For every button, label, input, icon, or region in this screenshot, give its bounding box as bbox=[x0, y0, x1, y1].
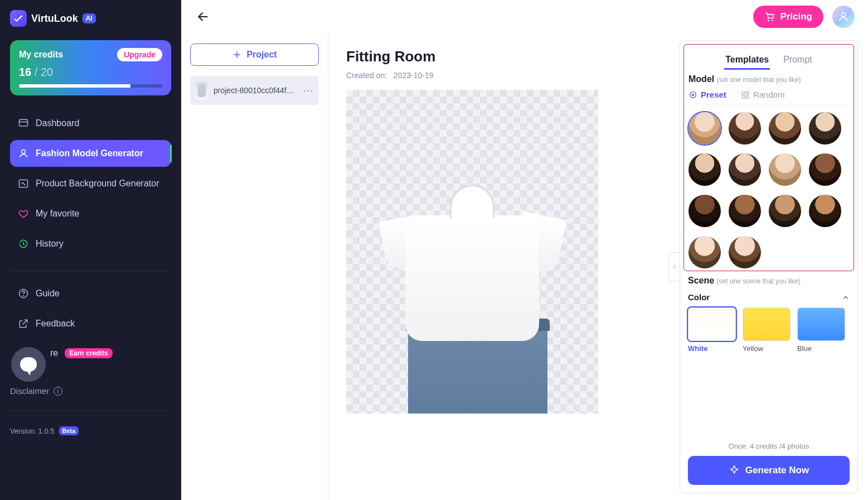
color-swatch[interactable]: Blue bbox=[797, 307, 845, 353]
created-value: 2023-10-19 bbox=[394, 71, 434, 80]
divider bbox=[10, 410, 171, 411]
swatch-label: Yellow bbox=[743, 344, 791, 353]
sidebar-item-label: Product Background Generator bbox=[36, 179, 159, 189]
model-hint: (set one model that you like) bbox=[717, 76, 801, 84]
garment-preview bbox=[383, 174, 561, 414]
history-icon bbox=[18, 238, 29, 249]
image-icon bbox=[18, 178, 29, 189]
project-name: project-80010cc0f44f4dfc bbox=[214, 86, 298, 95]
model-avatar[interactable] bbox=[809, 195, 841, 227]
add-project-label: Project bbox=[246, 50, 277, 60]
sidebar-item-product-bg[interactable]: Product Background Generator bbox=[10, 170, 171, 197]
swatch-label: White bbox=[688, 344, 736, 353]
info-icon: i bbox=[54, 387, 62, 396]
earn-credits-pill[interactable]: Earn credits bbox=[65, 348, 112, 358]
swatch-preview bbox=[688, 307, 736, 341]
sidebar-item-guide[interactable]: Guide bbox=[10, 280, 171, 307]
model-avatar[interactable] bbox=[729, 195, 761, 227]
back-button[interactable] bbox=[196, 9, 210, 24]
swatch-preview bbox=[797, 307, 845, 341]
project-more-icon[interactable]: ⋯ bbox=[303, 84, 313, 97]
tab-prompt[interactable]: Prompt bbox=[782, 51, 813, 70]
sidebar: VirtuLook AI My credits Upgrade 16 / 20 … bbox=[0, 0, 181, 500]
color-swatch[interactable]: White bbox=[688, 307, 736, 353]
model-avatar[interactable] bbox=[688, 112, 721, 145]
model-avatar[interactable] bbox=[809, 153, 841, 186]
svg-point-9 bbox=[692, 94, 694, 96]
sidebar-item-feedback[interactable]: Feedback bbox=[10, 310, 171, 337]
random-option[interactable]: Random bbox=[741, 90, 785, 99]
model-avatar[interactable] bbox=[769, 112, 801, 145]
svg-point-4 bbox=[23, 295, 24, 296]
model-mode-row: Preset Random bbox=[688, 90, 849, 104]
canvas[interactable] bbox=[346, 90, 598, 414]
footer-hint: Once: 4 credits /4 photos bbox=[688, 442, 850, 450]
svg-point-5 bbox=[768, 20, 770, 21]
upgrade-button[interactable]: Upgrade bbox=[117, 48, 162, 61]
sidebar-item-history[interactable]: History bbox=[10, 230, 171, 257]
cart-icon bbox=[764, 11, 775, 22]
created-on: Created on: 2023-10-19 bbox=[346, 71, 662, 80]
random-label: Random bbox=[753, 90, 785, 99]
topbar: Pricing bbox=[181, 0, 868, 33]
page-title: Fitting Room bbox=[346, 48, 662, 65]
project-item[interactable]: project-80010cc0f44f4dfc ⋯ bbox=[190, 76, 319, 105]
sidebar-item-favorite[interactable]: My favorite bbox=[10, 200, 171, 227]
color-swatch[interactable]: Yellow bbox=[743, 307, 791, 353]
workspace: Project project-80010cc0f44f4dfc ⋯ Fitti… bbox=[181, 33, 868, 500]
model-avatar[interactable] bbox=[688, 195, 721, 227]
projects-column: Project project-80010cc0f44f4dfc ⋯ bbox=[181, 33, 328, 500]
brand-name: VirtuLook bbox=[31, 13, 78, 25]
chat-icon bbox=[20, 357, 37, 372]
swatch-preview bbox=[743, 307, 791, 341]
pricing-button[interactable]: Pricing bbox=[753, 6, 823, 28]
pricing-label: Pricing bbox=[780, 11, 812, 22]
scene-hint: (set one scene that you like) bbox=[717, 277, 801, 285]
expand-panel-toggle[interactable] bbox=[668, 252, 680, 281]
dashboard-icon bbox=[18, 118, 29, 129]
plus-icon bbox=[232, 50, 242, 60]
model-avatar[interactable] bbox=[809, 112, 841, 145]
disclaimer-link[interactable]: Disclaimer i bbox=[10, 386, 171, 396]
preset-option[interactable]: Preset bbox=[688, 90, 726, 99]
model-avatar[interactable] bbox=[769, 195, 801, 227]
panel-tabs: Templates Prompt bbox=[688, 51, 849, 70]
heart-icon bbox=[18, 208, 29, 219]
tab-templates[interactable]: Templates bbox=[724, 51, 770, 70]
model-avatar[interactable] bbox=[769, 153, 801, 186]
credits-total: 20 bbox=[41, 66, 53, 78]
sidebar-item-label: Dashboard bbox=[36, 118, 79, 128]
sidebar-item-dashboard[interactable]: Dashboard bbox=[10, 110, 171, 137]
user-icon bbox=[837, 11, 850, 23]
svg-point-6 bbox=[772, 20, 773, 21]
add-project-button[interactable]: Project bbox=[190, 44, 319, 66]
credits-title: My credits bbox=[19, 50, 63, 60]
svg-rect-0 bbox=[20, 119, 28, 126]
preset-icon bbox=[688, 90, 697, 99]
svg-rect-13 bbox=[746, 95, 749, 98]
chat-fab[interactable] bbox=[11, 347, 46, 382]
scene-title: Scene bbox=[688, 276, 714, 285]
generate-label: Generate Now bbox=[745, 465, 809, 476]
avatar[interactable] bbox=[832, 6, 855, 28]
svg-rect-10 bbox=[742, 92, 745, 94]
highlight-box: Templates Prompt Model (set one model th… bbox=[683, 44, 854, 271]
color-header[interactable]: Color bbox=[680, 292, 857, 302]
model-avatar[interactable] bbox=[688, 153, 721, 186]
generate-button[interactable]: Generate Now bbox=[688, 456, 850, 485]
sidebar-item-fashion[interactable]: Fashion Model Generator bbox=[10, 140, 171, 167]
credits-count: 16 / 20 bbox=[19, 66, 162, 79]
nav: Dashboard Fashion Model Generator Produc… bbox=[10, 110, 171, 435]
model-section-header: Model (set one model that you like) bbox=[688, 74, 849, 84]
model-avatar[interactable] bbox=[729, 112, 761, 145]
model-avatar[interactable] bbox=[729, 153, 761, 186]
color-row: WhiteYellowBlue bbox=[680, 302, 857, 353]
sidebar-item-label: Feedback bbox=[36, 319, 75, 329]
logo[interactable]: VirtuLook AI bbox=[10, 10, 171, 27]
credits-current: 16 bbox=[19, 66, 31, 78]
random-icon bbox=[741, 90, 750, 99]
model-avatar[interactable] bbox=[688, 236, 721, 268]
model-avatar[interactable] bbox=[729, 236, 761, 268]
credits-card: My credits Upgrade 16 / 20 bbox=[10, 40, 171, 95]
svg-rect-11 bbox=[746, 92, 749, 94]
